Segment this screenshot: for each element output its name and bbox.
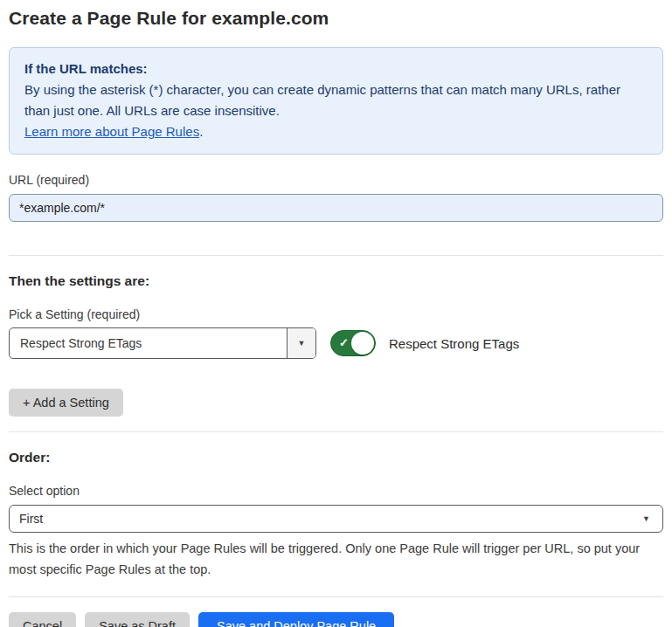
info-box-link-line: Learn more about Page Rules.: [24, 121, 648, 142]
info-box-heading: If the URL matches:: [24, 59, 648, 79]
learn-more-link[interactable]: Learn more about Page Rules: [24, 124, 199, 139]
create-page-rule-form: Create a Page Rule for example.com If th…: [0, 8, 672, 627]
order-select-value: First: [19, 512, 43, 526]
setting-select-dropdown[interactable]: Respect Strong ETags ▼: [9, 327, 316, 359]
page-title: Create a Page Rule for example.com: [9, 8, 663, 29]
cancel-button[interactable]: Cancel: [9, 612, 76, 627]
save-and-deploy-button[interactable]: Save and Deploy Page Rule: [198, 612, 394, 627]
toggle-knob: [351, 332, 374, 355]
url-match-info-box: If the URL matches: By using the asteris…: [9, 47, 663, 155]
link-suffix: .: [199, 124, 203, 139]
divider: [9, 255, 663, 256]
add-setting-button[interactable]: + Add a Setting: [9, 389, 123, 417]
url-field-label: URL (required): [9, 173, 663, 187]
chevron-down-icon: ▼: [298, 340, 306, 348]
divider: [9, 431, 663, 432]
chevron-down-icon: ▼: [642, 515, 650, 523]
action-button-row: Cancel Save as Draft Save and Deploy Pag…: [9, 612, 663, 627]
setting-row: Respect Strong ETags ▼ ✓ Respect Strong …: [9, 327, 663, 359]
toggle-label: Respect Strong ETags: [389, 336, 519, 351]
pick-setting-label: Pick a Setting (required): [9, 307, 663, 321]
order-select-dropdown[interactable]: First ▼: [9, 505, 663, 533]
info-box-body: By using the asterisk (*) character, you…: [24, 79, 648, 121]
url-input[interactable]: [9, 194, 663, 222]
setting-select-value: Respect Strong ETags: [10, 328, 287, 358]
settings-section-heading: Then the settings are:: [9, 273, 663, 289]
etags-toggle[interactable]: ✓: [330, 330, 376, 356]
order-helper-text: This is the order in which your Page Rul…: [9, 538, 663, 580]
order-section-heading: Order:: [9, 450, 663, 465]
divider: [9, 596, 663, 597]
save-as-draft-button[interactable]: Save as Draft: [85, 612, 190, 627]
setting-select-chevron-button[interactable]: ▼: [287, 328, 315, 358]
check-icon: ✓: [339, 336, 349, 349]
order-select-label: Select option: [9, 484, 663, 498]
